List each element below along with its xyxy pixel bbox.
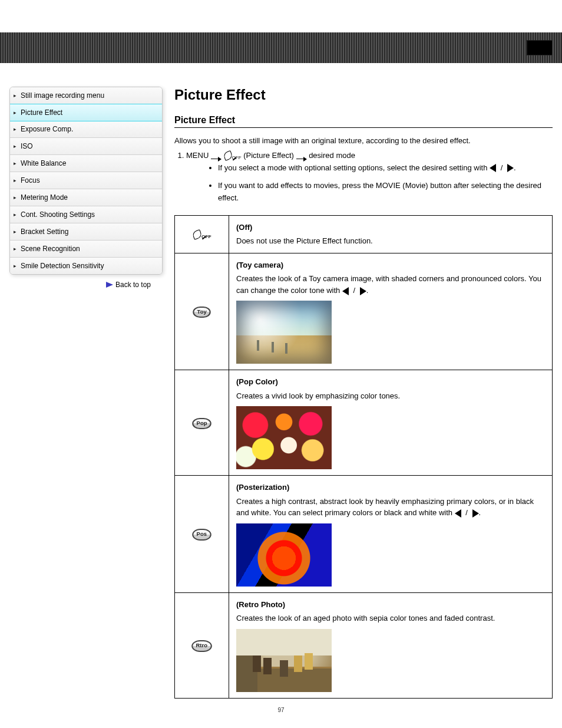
sidebar: Still image recording menuPicture Effect… bbox=[9, 87, 163, 699]
triangle-right-icon bbox=[472, 509, 479, 518]
effect-desc-cell: (Toy camera)Creates the look of a Toy ca… bbox=[229, 253, 553, 370]
nav-item[interactable]: Bracket Setting bbox=[10, 223, 162, 241]
effect-description: Does not use the Picture Effect function… bbox=[236, 235, 545, 247]
menu-path-middle: (Picture Effect) bbox=[243, 151, 294, 160]
triangle-left-icon bbox=[342, 287, 349, 295]
back-to-top-label: Back to top bbox=[115, 281, 151, 289]
nav-item[interactable]: ISO bbox=[10, 138, 162, 155]
effect-icon-cell: Pop bbox=[175, 370, 229, 476]
intro-lead: Allows you to shoot a still image with a… bbox=[174, 135, 553, 147]
nav-item[interactable]: Cont. Shooting Settings bbox=[10, 206, 162, 223]
intro-bullet-0-pre: If you select a mode with optional setti… bbox=[218, 163, 490, 172]
nav-item[interactable]: Metering Mode bbox=[10, 189, 162, 206]
triangle-right-icon bbox=[360, 287, 366, 295]
effect-title: (Toy camera) bbox=[236, 261, 283, 269]
nav-item[interactable]: Still image recording menu bbox=[10, 87, 162, 104]
effect-thumbnail bbox=[236, 406, 332, 469]
effect-icon-cell: OFF bbox=[175, 215, 229, 253]
arrow-right-icon bbox=[106, 282, 113, 288]
header-dark-badge bbox=[527, 40, 553, 55]
nav-list: Still image recording menuPicture Effect… bbox=[9, 87, 163, 275]
header-band bbox=[0, 32, 562, 63]
effect-description: Creates a high contrast, abstract look b… bbox=[236, 496, 545, 519]
content-wrapper: Still image recording menuPicture Effect… bbox=[0, 63, 562, 699]
table-row: Rtro(Retro Photo)Creates the look of an … bbox=[175, 592, 553, 698]
effect-title: (Pop Color) bbox=[236, 377, 278, 386]
triangle-right-icon bbox=[507, 164, 514, 172]
effect-desc-cell: (Pop Color)Creates a vivid look by empha… bbox=[229, 370, 553, 476]
intro-bullet-0-post: . bbox=[514, 163, 516, 172]
effect-description: Creates a vivid look by emphasizing colo… bbox=[236, 390, 545, 402]
effect-desc-cell: (Retro Photo)Creates the look of an aged… bbox=[229, 592, 553, 698]
table-row: Pos(Posterization)Creates a high contras… bbox=[175, 476, 553, 593]
intro-bullet-0: If you select a mode with optional setti… bbox=[218, 162, 553, 174]
top-margin bbox=[0, 0, 562, 32]
menu-path: MENU OFF (Picture Effect) desired mode I… bbox=[186, 150, 553, 205]
page-number: 97 bbox=[0, 699, 562, 722]
effect-description: Creates the look of an aged photo with s… bbox=[236, 612, 545, 624]
nav-item[interactable]: Exposure Comp. bbox=[10, 121, 162, 138]
main-content: Picture Effect Picture Effect Allows you… bbox=[174, 87, 553, 699]
effect-badge-icon: Pop bbox=[192, 418, 211, 430]
picture-effect-off-icon: OFF bbox=[190, 226, 214, 242]
effect-icon-cell: Rtro bbox=[175, 592, 229, 698]
effect-title: (Off) bbox=[236, 223, 252, 232]
nav-item[interactable]: Smile Detection Sensitivity bbox=[10, 258, 162, 274]
effect-thumbnail bbox=[236, 523, 332, 587]
effects-table: OFF(Off)Does not use the Picture Effect … bbox=[174, 215, 553, 699]
effect-desc-cell: (Off)Does not use the Picture Effect fun… bbox=[229, 215, 553, 253]
nav-item[interactable]: Scene Recognition bbox=[10, 241, 162, 258]
menu-path-suffix: desired mode bbox=[309, 151, 355, 160]
table-row: OFF(Off)Does not use the Picture Effect … bbox=[175, 215, 553, 253]
table-row: Pop(Pop Color)Creates a vivid look by em… bbox=[175, 370, 553, 476]
triangle-left-icon bbox=[455, 509, 461, 518]
intro-bullets: If you select a mode with optional setti… bbox=[186, 162, 553, 205]
effect-title: (Posterization) bbox=[236, 483, 289, 492]
nav-item[interactable]: Focus bbox=[10, 172, 162, 189]
triangle-left-icon bbox=[490, 164, 496, 172]
effect-icon-cell: Toy bbox=[175, 253, 229, 370]
effect-badge-icon: Rtro bbox=[191, 640, 211, 652]
effect-description: Creates the look of a Toy camera image, … bbox=[236, 273, 545, 296]
back-to-top-link[interactable]: Back to top bbox=[9, 281, 163, 289]
intro-bullet-1: If you want to add effects to movies, pr… bbox=[218, 180, 553, 205]
effect-desc-cell: (Posterization)Creates a high contrast, … bbox=[229, 476, 553, 593]
table-row: Toy(Toy camera)Creates the look of a Toy… bbox=[175, 253, 553, 370]
section-heading: Picture Effect bbox=[174, 115, 553, 128]
menu-path-prefix: MENU bbox=[186, 151, 209, 160]
nav-item[interactable]: Picture Effect bbox=[9, 104, 163, 121]
effect-badge-icon: Pos bbox=[192, 529, 211, 541]
page-heading: Picture Effect bbox=[174, 87, 553, 103]
effect-thumbnail bbox=[236, 301, 332, 364]
nav-item[interactable]: White Balance bbox=[10, 155, 162, 172]
effect-title: (Retro Photo) bbox=[236, 600, 285, 609]
effect-thumbnail bbox=[236, 629, 332, 692]
effect-icon-cell: Pos bbox=[175, 476, 229, 593]
intro-block: Allows you to shoot a still image with a… bbox=[174, 135, 553, 205]
effect-badge-icon: Toy bbox=[193, 307, 211, 318]
